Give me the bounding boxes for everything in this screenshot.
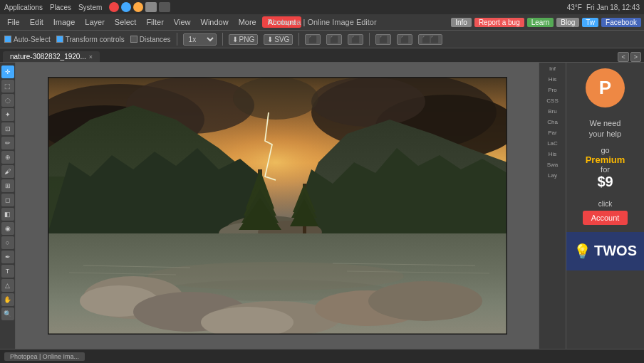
panel-lay[interactable]: Lay	[541, 171, 564, 180]
tool-move[interactable]: ✛	[1, 65, 14, 78]
tool-zoom[interactable]: 🔍	[1, 307, 14, 320]
tool-eyedropper[interactable]: ✏	[1, 137, 14, 149]
tool-select[interactable]: ⬚	[1, 80, 14, 93]
distances-checkbox[interactable]	[130, 36, 137, 43]
tool-eraser[interactable]: ◻	[1, 194, 14, 206]
menu-filter[interactable]: Filter	[142, 16, 167, 28]
tool-text[interactable]: T	[1, 265, 14, 278]
photopea-logo: P	[586, 68, 625, 107]
os-taskbar-left: Applications Places System	[4, 2, 170, 12]
more-align-button[interactable]: ⬛⬛	[418, 34, 442, 45]
nav-right-button[interactable]: >	[630, 52, 641, 62]
os-app-icon-4[interactable]	[145, 2, 157, 12]
transform-controls-checkbox[interactable]	[56, 36, 63, 43]
tool-crop[interactable]: ⊡	[1, 122, 14, 135]
ad-premium-text: Premium	[586, 154, 625, 165]
tool-hand[interactable]: ✋	[1, 293, 14, 306]
os-temp: 43°F	[567, 4, 582, 11]
os-taskbar: Applications Places System 43°F Fri Jan …	[0, 0, 644, 14]
ad-for: for	[601, 165, 610, 174]
tool-shape[interactable]: △	[1, 279, 14, 292]
menu-layer[interactable]: Layer	[80, 16, 109, 28]
os-places[interactable]: Places	[50, 4, 71, 11]
app-menubar: File Edit Image Layer Select Filter View…	[0, 14, 644, 30]
os-app-icon-1[interactable]	[109, 2, 119, 12]
bug-button[interactable]: Report a bug	[474, 18, 524, 27]
tool-magic-wand[interactable]: ✦	[1, 108, 14, 121]
os-applications[interactable]: Applications	[4, 4, 43, 11]
os-taskbar-right: 43°F Fri Jan 18, 12:43	[567, 4, 640, 11]
twos-banner[interactable]: 💡 TWOS	[566, 232, 644, 270]
taskbar-photopea-item[interactable]: Photopea | Online Ima...	[4, 352, 85, 361]
info-button[interactable]: Info	[451, 18, 472, 27]
panel-swa[interactable]: Swa	[541, 160, 564, 169]
distribute-h-icon: ⬛	[379, 36, 388, 43]
panel-pro[interactable]: Pro	[541, 85, 564, 95]
panel-cha[interactable]: Cha	[541, 117, 564, 127]
ad-panel: P We need your help go Premium for $9 cl…	[566, 63, 644, 349]
toolbar: Auto-Select Transform controls Distances…	[0, 30, 644, 48]
tw-button[interactable]: Tw	[582, 18, 598, 27]
menu-items: File Edit Image Layer Select Filter View…	[3, 16, 301, 28]
svg-download-icon: ⬇	[267, 36, 273, 43]
right-panel: Inf His Pro CSS Bru Cha Par LaC His Swa …	[539, 63, 566, 349]
os-app-icon-2[interactable]	[121, 2, 131, 12]
panel-css[interactable]: CSS	[541, 96, 564, 105]
panel-bru[interactable]: Bru	[541, 107, 564, 116]
panel-his-top[interactable]: His	[541, 75, 564, 84]
align-left-button[interactable]: ⬛	[305, 34, 321, 45]
svg-point-26	[368, 281, 482, 321]
panel-his-bot[interactable]: His	[541, 149, 564, 159]
menu-select[interactable]: Select	[110, 16, 141, 28]
svg-button[interactable]: ⬇ SVG	[264, 34, 293, 45]
ad-price-text: $9	[597, 174, 613, 190]
blog-button[interactable]: Blog	[556, 18, 579, 27]
toolbar-separator-3	[298, 33, 299, 46]
tool-gradient[interactable]: ◧	[1, 208, 14, 221]
panel-inf[interactable]: Inf	[541, 64, 564, 73]
tool-heal[interactable]: ⊕	[1, 151, 14, 164]
menu-window[interactable]: Window	[197, 16, 233, 28]
os-app-icons	[109, 2, 170, 12]
learn-button[interactable]: Learn	[527, 18, 554, 27]
tool-brush[interactable]: 🖌	[1, 165, 14, 178]
distribute-h-button[interactable]: ⬛	[375, 34, 391, 45]
panel-lac[interactable]: LaC	[541, 139, 564, 148]
menu-right-buttons: Info Report a bug Learn Blog Tw Facebook	[451, 18, 641, 27]
auto-select-label: Auto-Select	[14, 36, 51, 43]
tool-lasso[interactable]: ◌	[1, 94, 14, 107]
menu-more[interactable]: More	[234, 16, 261, 28]
nav-left-button[interactable]: <	[618, 52, 628, 62]
tab-name: nature-3082832_1920...	[10, 53, 86, 60]
ad-we-need: We need	[589, 118, 621, 129]
svg-point-7	[311, 77, 425, 127]
menu-edit[interactable]: Edit	[26, 16, 48, 28]
distances-group: Distances	[130, 36, 171, 43]
ad-account-button[interactable]: Account	[583, 211, 628, 225]
align-right-button[interactable]: ⬛	[348, 34, 363, 45]
png-button[interactable]: ⬇ PNG	[229, 34, 259, 45]
tool-clone[interactable]: ⊞	[1, 179, 14, 192]
tool-dodge[interactable]: ○	[1, 236, 14, 249]
distribute-v-button[interactable]: ⬛	[397, 34, 412, 45]
os-app-icon-3[interactable]	[133, 2, 143, 12]
facebook-button[interactable]: Facebook	[601, 18, 641, 27]
panel-par[interactable]: Par	[541, 128, 564, 137]
ad-click-text: click	[598, 200, 612, 208]
tab-close-button[interactable]: ×	[89, 53, 93, 60]
auto-select-checkbox[interactable]	[4, 36, 11, 43]
zoom-select[interactable]: 1x 2x 0.5x	[183, 33, 217, 46]
main-area: ✛ ⬚ ◌ ✦ ⊡ ✏ ⊕ 🖌 ⊞ ◻ ◧ ◉ ○ ✒ T △ ✋ 🔍	[0, 63, 644, 349]
image-tab[interactable]: nature-3082832_1920... ×	[3, 51, 100, 62]
tool-pen[interactable]: ✒	[1, 251, 14, 263]
menu-file[interactable]: File	[3, 16, 24, 28]
menu-image[interactable]: Image	[49, 16, 80, 28]
os-system[interactable]: System	[78, 4, 102, 11]
menu-view[interactable]: View	[170, 16, 195, 28]
os-app-icon-5[interactable]	[159, 2, 170, 12]
align-center-button[interactable]: ⬛	[326, 34, 342, 45]
canvas-area[interactable]	[16, 63, 539, 349]
tool-blur[interactable]: ◉	[1, 222, 14, 235]
ad-text-area: We need your help	[583, 112, 627, 146]
toolbar-separator-2	[222, 33, 223, 46]
